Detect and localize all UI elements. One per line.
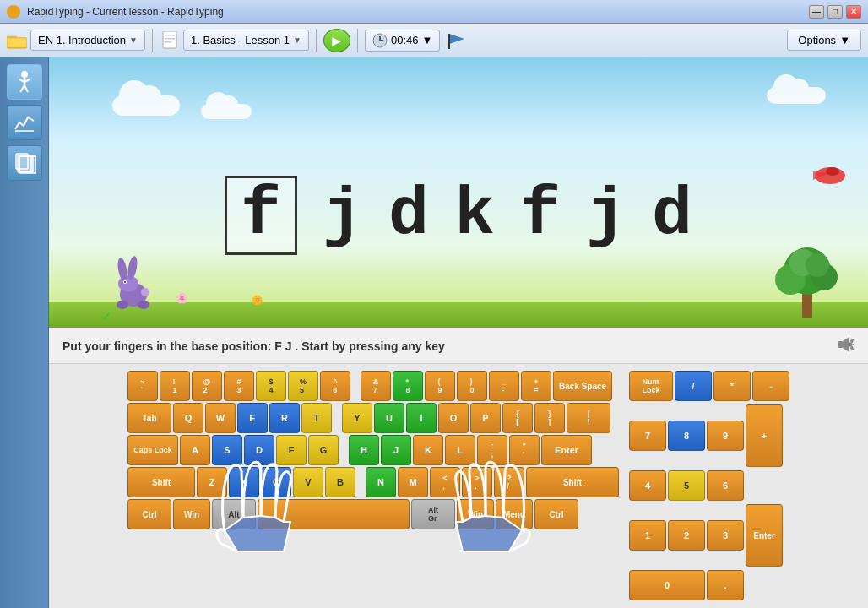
key-lshift[interactable]: Shift: [127, 467, 195, 497]
char-2: d: [388, 182, 429, 249]
key-num4[interactable]: 4: [629, 470, 666, 501]
exercise-selector[interactable]: 1. Basics - Lesson 1 ▼: [183, 30, 309, 51]
key-lbracket[interactable]: {[: [502, 403, 533, 433]
options-button[interactable]: Options ▼: [787, 30, 861, 51]
key-lalt[interactable]: Alt: [212, 499, 256, 529]
key-d[interactable]: D: [244, 435, 274, 465]
key-4[interactable]: $4: [256, 371, 286, 401]
key-slash[interactable]: ?/: [494, 467, 524, 497]
key-c[interactable]: C: [261, 467, 291, 497]
key-a[interactable]: A: [180, 435, 210, 465]
key-w[interactable]: W: [205, 403, 236, 433]
key-backspace[interactable]: Back Space: [553, 371, 612, 401]
play-button[interactable]: ▶: [323, 29, 350, 52]
key-equals[interactable]: +=: [521, 371, 551, 401]
timer-control[interactable]: 00:46 ▼: [365, 30, 440, 52]
key-numenter[interactable]: Enter: [746, 504, 783, 567]
key-rbracket[interactable]: }]: [534, 403, 565, 433]
key-u[interactable]: U: [374, 403, 404, 433]
key-minus[interactable]: _-: [489, 371, 519, 401]
key-numdiv[interactable]: /: [675, 371, 712, 401]
key-num3[interactable]: 3: [707, 520, 744, 551]
key-q[interactable]: Q: [173, 403, 203, 433]
key-numadd[interactable]: +: [746, 404, 783, 467]
key-z[interactable]: Z: [197, 467, 227, 497]
sidebar-item-exercises[interactable]: [7, 145, 42, 181]
key-i[interactable]: I: [406, 403, 437, 433]
key-enter[interactable]: Enter: [541, 435, 592, 465]
bottom-row: Ctrl Win Alt AltGr Win Menu Ctrl: [127, 499, 619, 529]
key-rwin[interactable]: Win: [457, 499, 494, 529]
key-j[interactable]: J: [381, 435, 411, 465]
key-rctrl[interactable]: Ctrl: [534, 499, 578, 529]
key-1[interactable]: !1: [160, 371, 190, 401]
key-g[interactable]: G: [308, 435, 339, 465]
key-comma[interactable]: <,: [430, 467, 460, 497]
key-3[interactable]: #3: [224, 371, 254, 401]
key-s[interactable]: S: [212, 435, 242, 465]
key-7[interactable]: &7: [361, 371, 391, 401]
sidebar-item-stats[interactable]: [7, 105, 42, 140]
key-num7[interactable]: 7: [629, 421, 666, 451]
lesson-selector[interactable]: EN 1. Introduction ▼: [30, 30, 145, 51]
key-num6[interactable]: 6: [707, 470, 744, 501]
key-f[interactable]: F: [276, 435, 307, 465]
key-num0[interactable]: 0: [629, 570, 705, 600]
key-n[interactable]: N: [366, 467, 396, 497]
key-t[interactable]: T: [301, 403, 332, 433]
key-numlock[interactable]: NumLock: [629, 371, 673, 401]
key-0[interactable]: )0: [457, 371, 487, 401]
key-l[interactable]: L: [445, 435, 475, 465]
key-quote[interactable]: "': [509, 435, 540, 465]
key-num8[interactable]: 8: [668, 421, 705, 451]
key-v[interactable]: V: [293, 467, 323, 497]
key-8[interactable]: *8: [393, 371, 423, 401]
key-rmenu[interactable]: Menu: [496, 499, 533, 529]
key-nummul[interactable]: *: [713, 371, 751, 401]
maximize-button[interactable]: □: [827, 5, 843, 19]
asdf-row: Caps Lock A S D F G H J K L :; "' Enter: [127, 435, 619, 465]
svg-point-32: [138, 301, 149, 309]
main-keyboard: ~` !1 @2 #3 $4 %5 ^6 &7 *8 (9 )0 _- += B…: [127, 371, 619, 601]
options-label: Options: [798, 34, 836, 46]
key-semicolon[interactable]: :;: [477, 435, 507, 465]
minimize-button[interactable]: —: [809, 5, 824, 19]
key-lwin[interactable]: Win: [173, 499, 210, 529]
key-r[interactable]: R: [269, 403, 300, 433]
key-lctrl[interactable]: Ctrl: [127, 499, 171, 529]
key-rshift[interactable]: Shift: [526, 467, 619, 497]
key-numdot[interactable]: .: [707, 570, 744, 600]
key-h[interactable]: H: [349, 435, 379, 465]
key-y[interactable]: Y: [342, 403, 372, 433]
key-num2[interactable]: 2: [668, 520, 705, 551]
flag-button[interactable]: [447, 32, 467, 49]
key-o[interactable]: O: [438, 403, 469, 433]
key-capslock[interactable]: Caps Lock: [127, 435, 178, 465]
key-numsub[interactable]: -: [752, 371, 789, 401]
key-tilde[interactable]: ~`: [127, 371, 158, 401]
close-button[interactable]: ✕: [846, 5, 861, 19]
key-raltgr[interactable]: AltGr: [411, 499, 455, 529]
key-e[interactable]: E: [237, 403, 268, 433]
key-6[interactable]: ^6: [320, 371, 350, 401]
key-num1[interactable]: 1: [629, 520, 666, 551]
key-b[interactable]: B: [325, 467, 355, 497]
svg-rect-6: [165, 38, 175, 40]
tree-decoration: [765, 242, 849, 321]
key-tab[interactable]: Tab: [127, 403, 171, 433]
key-k[interactable]: K: [413, 435, 443, 465]
key-p[interactable]: P: [470, 403, 501, 433]
key-m[interactable]: M: [398, 467, 428, 497]
key-num5[interactable]: 5: [668, 470, 705, 501]
key-num9[interactable]: 9: [707, 421, 744, 451]
svg-rect-45: [838, 341, 843, 348]
key-5[interactable]: %5: [288, 371, 318, 401]
sidebar-item-lessons[interactable]: [7, 64, 42, 100]
key-x[interactable]: X: [229, 467, 259, 497]
key-period[interactable]: >.: [462, 467, 492, 497]
key-2[interactable]: @2: [192, 371, 222, 401]
key-9[interactable]: (9: [425, 371, 455, 401]
sound-button[interactable]: [836, 335, 854, 356]
key-space[interactable]: [258, 499, 410, 529]
key-backslash[interactable]: |\: [567, 403, 610, 433]
